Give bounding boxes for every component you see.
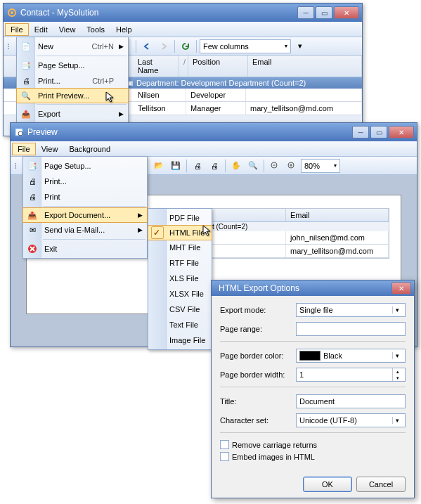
menubar: File Edit View Tools Help: [4, 22, 362, 37]
menu-edit[interactable]: Edit: [29, 23, 53, 36]
open-icon[interactable]: 📂: [151, 158, 167, 174]
menu-view[interactable]: View: [53, 23, 82, 36]
menu-new[interactable]: 📄NewCtrl+N▶: [17, 39, 128, 54]
menu-print[interactable]: 🖨Print...Ctrl+P: [17, 73, 128, 89]
close-button[interactable]: ✕: [389, 126, 414, 138]
forward-icon[interactable]: [156, 39, 171, 54]
close-button[interactable]: ✕: [334, 6, 359, 19]
menu-tools[interactable]: Tools: [81, 23, 110, 36]
toolbar-grip[interactable]: [13, 158, 18, 174]
titlebar[interactable]: Contact - MySolution ─ ▭ ✕: [4, 4, 362, 22]
menu-file[interactable]: File: [12, 143, 36, 155]
menubar: File View Background: [11, 141, 417, 157]
menu-export-document[interactable]: 📤Export Document...▶: [22, 207, 148, 223]
menu-export[interactable]: 📤Export▶: [17, 106, 128, 122]
export-csv[interactable]: CSV File: [148, 302, 212, 317]
col-email[interactable]: Email: [248, 56, 362, 77]
page-setup-icon: 📑: [20, 60, 32, 71]
color-swatch: [299, 351, 320, 361]
menu-view[interactable]: View: [36, 143, 64, 155]
preview-icon: 🔍: [20, 90, 32, 101]
label-export-mode: Export mode:: [220, 306, 296, 314]
print-icon: 🖨: [20, 75, 32, 86]
label-title: Title:: [220, 397, 296, 406]
col-lastname[interactable]: Last Name: [134, 56, 179, 77]
chk-embed-images[interactable]: Embed images in HTML: [220, 452, 406, 461]
print-icon: 🖨: [27, 176, 38, 187]
print-quick-icon: 🖨: [27, 191, 38, 202]
menu-help[interactable]: Help: [110, 23, 138, 36]
hand-icon[interactable]: ✋: [228, 158, 244, 174]
title-input[interactable]: Document: [296, 394, 406, 408]
label-charset: Character set:: [220, 416, 296, 425]
menu-send-email[interactable]: ✉Send via E-Mail...▶: [23, 222, 147, 238]
menu-file[interactable]: File: [5, 23, 29, 36]
app-icon: [6, 7, 18, 18]
zoom-tool-icon[interactable]: 🔍: [245, 158, 261, 174]
col-sep: /: [179, 56, 188, 77]
cancel-button[interactable]: Cancel: [356, 477, 406, 492]
export-pdf[interactable]: PDF File: [148, 210, 212, 226]
page-range-input[interactable]: [296, 322, 406, 336]
file-menu-dropdown: 📄NewCtrl+N▶ 📑Page Setup... 🖨Print...Ctrl…: [16, 37, 129, 124]
export-mode-combo[interactable]: Single file▾: [296, 303, 406, 317]
export-image[interactable]: Image File: [148, 332, 212, 348]
export-mht[interactable]: MHT File: [148, 240, 212, 255]
html-export-dialog: HTML Export Options ✕ Export mode: Singl…: [211, 280, 415, 498]
label-border-width: Page border width:: [220, 370, 296, 379]
titlebar[interactable]: Preview ─ ▭ ✕: [11, 123, 417, 141]
label-border-color: Page border color:: [220, 351, 296, 360]
menu-background[interactable]: Background: [63, 143, 116, 155]
svg-point-1: [11, 11, 13, 14]
menu-page-setup[interactable]: 📑Page Setup...: [17, 58, 128, 73]
max-button[interactable]: ▭: [370, 126, 387, 138]
page-setup-icon: 📑: [27, 160, 38, 172]
col-position[interactable]: Position: [188, 56, 248, 77]
toolbar-grip[interactable]: [6, 39, 11, 54]
zoom-in-icon[interactable]: [284, 158, 299, 174]
exit-icon: [27, 243, 38, 254]
export-xls[interactable]: XLS File: [148, 271, 212, 286]
max-button[interactable]: ▭: [316, 6, 332, 19]
export-submenu: PDF File HTML File MHT File RTF File XLS…: [148, 208, 212, 350]
dialog-title: HTML Export Options: [214, 283, 391, 293]
window-title: Contact - MySolution: [20, 8, 297, 18]
label-page-range: Page range:: [220, 325, 296, 333]
export-xlsx[interactable]: XLSX File: [148, 286, 212, 302]
chk-remove-cr[interactable]: Remove carriage returns: [220, 440, 406, 449]
mail-icon: ✉: [27, 224, 38, 235]
menu-print[interactable]: 🖨Print: [23, 189, 147, 205]
refresh-icon[interactable]: [178, 39, 193, 54]
window-title: Preview: [27, 127, 352, 137]
export-html[interactable]: HTML File: [148, 225, 212, 240]
close-button[interactable]: ✕: [391, 282, 411, 295]
charset-combo[interactable]: Unicode (UTF-8)▾: [296, 413, 406, 427]
new-icon: 📄: [20, 41, 32, 52]
export-icon: 📤: [27, 209, 38, 221]
min-button[interactable]: ─: [352, 126, 369, 138]
min-button[interactable]: ─: [297, 6, 314, 19]
print-icon[interactable]: 🖨: [190, 158, 205, 174]
menu-print-dlg[interactable]: 🖨Print...: [23, 174, 147, 189]
menu-exit[interactable]: Exit: [23, 241, 147, 257]
col-email: Email: [286, 209, 389, 221]
combo-arrow-icon[interactable]: ▾: [292, 39, 308, 54]
quick-print-icon[interactable]: 🖨: [207, 158, 222, 174]
export-icon: 📤: [20, 108, 32, 119]
border-color-combo[interactable]: Black▾: [296, 349, 406, 363]
save-icon[interactable]: 💾: [168, 158, 183, 174]
preview-file-dropdown: 📑Page Setup... 🖨Print... 🖨Print 📤Export …: [22, 156, 148, 259]
export-text[interactable]: Text File: [148, 317, 212, 332]
ok-button[interactable]: OK: [303, 477, 352, 492]
menu-print-preview[interactable]: 🔍Print Preview...: [16, 88, 129, 103]
zoom-combo[interactable]: 80%▾: [301, 159, 340, 173]
zoom-out-icon[interactable]: [267, 158, 283, 174]
border-width-spin[interactable]: 1▴▾: [296, 368, 406, 382]
preview-icon: [13, 127, 25, 138]
back-icon[interactable]: [139, 39, 155, 54]
menu-page-setup[interactable]: 📑Page Setup...: [23, 158, 147, 174]
layout-combo[interactable]: Few columns▾: [200, 39, 291, 53]
dialog-titlebar[interactable]: HTML Export Options ✕: [212, 280, 414, 296]
export-rtf[interactable]: RTF File: [148, 255, 212, 271]
